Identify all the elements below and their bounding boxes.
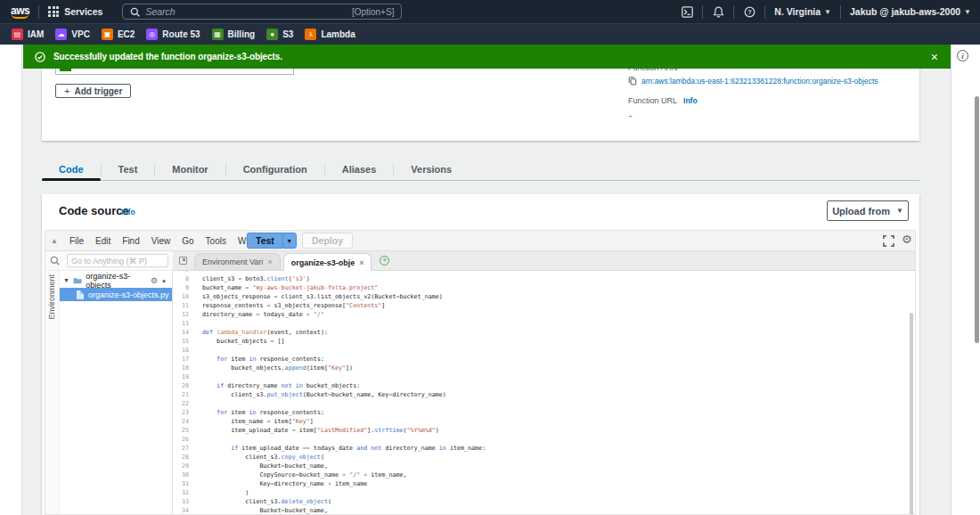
- tab-list-icon[interactable]: [179, 257, 187, 265]
- services-menu[interactable]: Services: [48, 6, 102, 17]
- code-editor-area[interactable]: 78client_s3 = boto3.client('s3')9bucket_…: [173, 271, 915, 514]
- help-icon[interactable]: ?: [743, 5, 755, 18]
- line-content: for item in response_contents:: [202, 355, 324, 364]
- test-button[interactable]: Test: [247, 233, 282, 249]
- cloudshell-icon[interactable]: [681, 5, 693, 18]
- code-line: 31 Key=directory_name + item_name: [173, 479, 915, 488]
- copy-icon[interactable]: [628, 76, 637, 86]
- editor-settings-gear-icon[interactable]: ⚙: [902, 233, 912, 246]
- favorite-ec2[interactable]: ▣EC2: [102, 29, 135, 40]
- fullscreen-icon[interactable]: [883, 235, 894, 247]
- success-check-icon: [35, 52, 45, 62]
- aws-logo[interactable]: aws: [11, 4, 29, 19]
- line-content: Bucket=bucket_name,: [202, 462, 328, 470]
- global-search[interactable]: [Option+S]: [122, 4, 402, 20]
- close-icon[interactable]: ×: [359, 258, 363, 267]
- favorite-iam[interactable]: ▤IAM: [12, 29, 44, 40]
- svg-text:?: ?: [747, 7, 752, 15]
- region-selector[interactable]: N. Virginia▼: [774, 6, 831, 17]
- favorite-billing[interactable]: ▦Billing: [212, 29, 256, 40]
- search-input[interactable]: [145, 6, 351, 17]
- menu-file[interactable]: File: [69, 236, 84, 246]
- code-line: 28 client_s3.copy_object(: [173, 453, 915, 462]
- function-arn-value[interactable]: arn:aws:lambda:us-east-1:623213361228:fu…: [641, 77, 878, 86]
- code-line: 14def lambda_handler(event, context):: [173, 328, 915, 337]
- favorite-s3[interactable]: ●S3: [266, 29, 293, 40]
- function-url-info-link[interactable]: Info: [683, 96, 698, 105]
- environment-label: Environment: [47, 274, 56, 320]
- test-split-button[interactable]: Test ▼: [247, 233, 297, 249]
- code-line: 34 Bucket=bucket_name,: [173, 506, 915, 514]
- line-content: client_s3 = boto3.client('s3'): [202, 274, 310, 283]
- menu-tools[interactable]: Tools: [206, 236, 226, 246]
- code-line: 18 bucket_objects.append(item["Key"]): [173, 364, 915, 372]
- tab-aliases[interactable]: Aliases: [325, 159, 394, 181]
- notifications-bell-icon[interactable]: [712, 5, 724, 18]
- collapse-icon[interactable]: ▲: [51, 237, 58, 245]
- line-number: 25: [173, 426, 196, 435]
- line-number: 13: [173, 319, 196, 328]
- editor-tab-organize-s3-obje[interactable]: organize-s3-obje×: [283, 253, 372, 271]
- close-icon[interactable]: ×: [267, 258, 272, 266]
- add-trigger-button[interactable]: + Add trigger: [55, 84, 131, 98]
- tree-folder-row[interactable]: ▼ organize-s3-objects ⚙▼: [60, 274, 172, 287]
- file-tree: ▼ organize-s3-objects ⚙▼ organize-s3-obj…: [60, 271, 173, 514]
- upload-from-button[interactable]: Upload from▼: [827, 200, 909, 221]
- search-icon: [130, 7, 140, 17]
- account-menu[interactable]: Jakub @ jakub-aws-2000▼: [850, 6, 971, 17]
- deploy-button[interactable]: Deploy: [302, 233, 353, 249]
- iam-icon: ▤: [12, 29, 23, 40]
- line-content: if item_upload_date == todays_date and n…: [202, 444, 486, 453]
- favorite-label: S3: [282, 29, 293, 39]
- line-content: Bucket=bucket_name,: [202, 506, 328, 514]
- trigger-diagram-fragment: [60, 69, 71, 71]
- menu-view[interactable]: View: [151, 236, 171, 246]
- close-icon[interactable]: ×: [931, 51, 938, 63]
- line-number: 14: [173, 328, 196, 337]
- function-tabs: CodeTestMonitorConfigurationAliasesVersi…: [42, 159, 919, 181]
- editor-menubar: ▲ FileEditFindViewGoToolsWindow Test ▼ D…: [45, 231, 915, 251]
- billing-icon: ▦: [212, 29, 224, 40]
- file-name: organize-s3-objects.py: [88, 290, 169, 299]
- python-file-icon: [77, 290, 84, 299]
- test-dropdown-arrow[interactable]: ▼: [282, 233, 297, 249]
- line-content: if directory_name not in bucket_objects:: [202, 381, 360, 390]
- line-content: response_contents = s3_objects_response[…: [202, 301, 385, 310]
- code-line: 11response_contents = s3_objects_respons…: [173, 301, 915, 310]
- menu-edit[interactable]: Edit: [95, 236, 110, 246]
- code-line: 25 item_upload_date = item["LastModified…: [173, 426, 915, 435]
- editor-body: Environment ▼ organize-s3-objects ⚙▼ org…: [45, 271, 915, 514]
- tree-file-row-selected[interactable]: organize-s3-objects.py: [60, 288, 172, 301]
- info-icon[interactable]: i: [957, 50, 968, 61]
- favorite-route53[interactable]: ◎Route 53: [146, 29, 200, 40]
- tab-versions[interactable]: Versions: [394, 159, 469, 181]
- favorite-vpc[interactable]: ☁VPC: [55, 29, 90, 40]
- tab-monitor[interactable]: Monitor: [155, 159, 225, 181]
- code-source-info-link[interactable]: Info: [121, 208, 135, 217]
- favorite-lambda[interactable]: λLambda: [305, 29, 355, 40]
- line-number: 23: [173, 408, 196, 417]
- line-number: 31: [173, 479, 196, 488]
- editor-scrollbar[interactable]: [910, 313, 913, 514]
- favorite-label: IAM: [28, 29, 44, 39]
- line-number: 30: [173, 470, 196, 479]
- code-line: 24 item_name = item["Key"]: [173, 417, 915, 426]
- editor-tab-environment-vari[interactable]: Environment Vari×: [194, 253, 281, 270]
- line-number: 10: [173, 292, 196, 301]
- menu-find[interactable]: Find: [122, 236, 139, 246]
- new-tab-icon[interactable]: +: [380, 256, 389, 266]
- line-content: ): [202, 488, 249, 497]
- line-content: Key=directory_name + item_name: [202, 479, 367, 488]
- search-icon: [50, 256, 60, 266]
- goto-anything-input[interactable]: [67, 254, 168, 267]
- line-content: def lambda_handler(event, context):: [202, 328, 328, 337]
- line-number: 33: [173, 497, 196, 506]
- menu-go[interactable]: Go: [182, 236, 193, 246]
- tree-settings-gear-icon[interactable]: ⚙▼: [151, 276, 167, 285]
- tab-configuration[interactable]: Configuration: [226, 159, 324, 181]
- environment-sidebar[interactable]: Environment: [45, 271, 60, 514]
- tab-test[interactable]: Test: [102, 159, 155, 181]
- page-scrollbar[interactable]: [975, 96, 979, 343]
- tab-code[interactable]: Code: [42, 159, 101, 181]
- favorite-label: Billing: [228, 29, 256, 39]
